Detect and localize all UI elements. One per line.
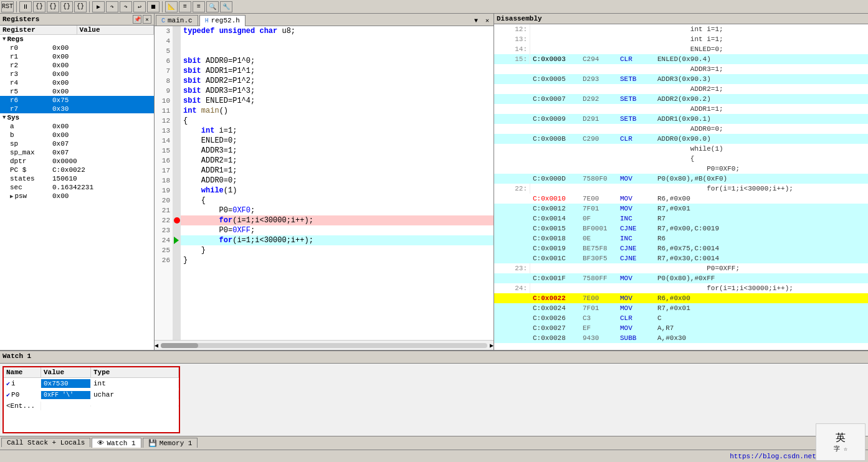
disasm-hex-0028: 9430 bbox=[580, 333, 618, 343]
registers-pin-icon[interactable]: 📌 bbox=[133, 15, 141, 24]
disasm-ops-c16: ADDR2=1; bbox=[655, 84, 868, 94]
registers-panel: Registers 📌 ✕ Register Value ▼ Regs bbox=[0, 14, 155, 350]
reg-r3-value: 0x00 bbox=[50, 70, 154, 78]
keyword-unsigned: unsigned bbox=[219, 26, 255, 36]
reg-r2-row[interactable]: r2 0x00 bbox=[0, 61, 154, 70]
linenum-26: 26 bbox=[155, 255, 173, 265]
disasm-hex-0026: C3 bbox=[580, 313, 618, 323]
disasm-mnem-0010: MOV bbox=[618, 194, 655, 204]
toolbar-btn6[interactable]: 📐 bbox=[165, 1, 178, 12]
disasm-mnem-0007: SETB bbox=[618, 94, 655, 104]
psw-expand-icon[interactable]: ▶ bbox=[10, 193, 13, 200]
reg-r5-row[interactable]: r5 0x00 bbox=[0, 87, 154, 96]
watch-value-i[interactable]: 0x7530 bbox=[41, 379, 91, 388]
watch-name-P0: ✔ P0 bbox=[4, 390, 41, 399]
linenum-9: 9 bbox=[155, 86, 173, 96]
code-line-8: sbit ADDR2=P1^2; bbox=[181, 76, 494, 86]
bp-gutter-10 bbox=[173, 96, 181, 106]
watch-row-P0[interactable]: ✔ P0 0xFF '\' uchar bbox=[4, 389, 179, 400]
reg-pc-row[interactable]: PC $ C:0x0022 bbox=[0, 166, 154, 174]
bp-gutter-7 bbox=[173, 66, 181, 76]
toolbar-run[interactable]: ▶ bbox=[92, 1, 105, 12]
tab-reg52-h[interactable]: H reg52.h bbox=[199, 15, 246, 26]
reg-r1-row[interactable]: r1 0x00 bbox=[0, 52, 154, 61]
disasm-addr-0012: C:0x0012 bbox=[530, 204, 580, 214]
watch-row-entry[interactable]: <Ent... bbox=[4, 400, 179, 412]
reg-r6-value: 0x75 bbox=[50, 96, 154, 105]
sys-expand-icon[interactable]: ▼ bbox=[2, 115, 6, 121]
scroll-left-arrow[interactable]: ◀ bbox=[155, 342, 158, 349]
disassembly-panel: Disassembly 12: int i=1; 13: bbox=[494, 14, 868, 350]
toolbar-btn2[interactable]: {} bbox=[33, 1, 45, 12]
disasm-ops-0022: R6,#0x00 bbox=[655, 293, 868, 303]
bottom-tab-callstack[interactable]: Call Stack + Locals bbox=[1, 438, 90, 447]
reg-sp-name: sp bbox=[0, 139, 50, 148]
disasm-mnem-001F: MOV bbox=[618, 273, 655, 283]
toolbar-btn8[interactable]: ≡ bbox=[193, 1, 205, 12]
toolbar-btn10[interactable]: 🔧 bbox=[220, 1, 232, 12]
disasm-mnem-0012: MOV bbox=[618, 204, 655, 214]
scroll-thumb[interactable] bbox=[161, 343, 198, 348]
reg-r3-row[interactable]: r3 0x00 bbox=[0, 70, 154, 78]
watch-value-P0[interactable]: 0xFF '\' bbox=[41, 391, 91, 399]
reg-spmax-row[interactable]: sp_max 0x07 bbox=[0, 148, 154, 157]
bottom-empty-area bbox=[183, 364, 868, 436]
bottom-tab-memory1[interactable]: 💾 Memory 1 bbox=[143, 438, 198, 448]
linenum-20: 20 bbox=[155, 196, 173, 205]
tab-main-c[interactable]: C main.c bbox=[156, 15, 198, 26]
reg-sec-row[interactable]: sec 0.16342231 bbox=[0, 183, 154, 192]
regs-group-row[interactable]: ▼ Regs bbox=[0, 35, 154, 44]
reg-a-value: 0x00 bbox=[50, 122, 154, 131]
reg-r7-row[interactable]: r7 0x30 bbox=[0, 105, 154, 113]
code-line-15: ADDR3=1; bbox=[181, 146, 494, 156]
toolbar-btn3[interactable]: {} bbox=[47, 1, 59, 12]
watch-row-i[interactable]: ✔ i 0x7530 int bbox=[4, 378, 179, 389]
linenum-18: 18 bbox=[155, 176, 173, 186]
toolbar-btn9[interactable]: 🔍 bbox=[206, 1, 219, 12]
reg-psw-row[interactable]: ▶ psw 0x00 bbox=[0, 192, 154, 200]
disassembly-content[interactable]: 12: int i=1; 13: int i=1; bbox=[494, 24, 868, 350]
disasm-mnem-000B: CLR bbox=[618, 134, 655, 144]
reg-r4-row[interactable]: r4 0x00 bbox=[0, 78, 154, 87]
callstack-tab-label: Call Stack + Locals bbox=[7, 439, 85, 446]
disasm-ops-0024: R7,#0x01 bbox=[655, 303, 868, 313]
disasm-addr-0019: C:0x0019 bbox=[530, 243, 580, 253]
disasm-ops-000D: P0(0x80),#B(0xF0) bbox=[655, 174, 868, 184]
reg-a-row[interactable]: a 0x00 bbox=[0, 122, 154, 131]
toolbar-step[interactable]: ↷ bbox=[106, 1, 118, 12]
bp-gutter-13 bbox=[173, 126, 181, 136]
reg-spmax-name: sp_max bbox=[0, 148, 50, 157]
bp-gutter-22 bbox=[173, 215, 181, 225]
reg-dptr-row[interactable]: dptr 0x0000 bbox=[0, 157, 154, 166]
disasm-ops-0019: R6,#0x75,C:0014 bbox=[655, 243, 868, 253]
scroll-track[interactable] bbox=[161, 343, 487, 348]
reg-b-row[interactable]: b 0x00 bbox=[0, 131, 154, 139]
code-line-21: P0=0XF0; bbox=[181, 205, 494, 215]
code-lines[interactable]: typedef unsigned char u8; sbit ADDR0=P1^… bbox=[181, 26, 494, 340]
scroll-right-arrow[interactable]: ▶ bbox=[490, 342, 494, 349]
toolbar-stop[interactable]: ⏹ bbox=[147, 1, 160, 12]
registers-close-icon[interactable]: ✕ bbox=[143, 15, 151, 24]
toolbar-rst[interactable]: RST bbox=[1, 1, 14, 12]
tab-close-btn[interactable]: ✕ bbox=[482, 16, 492, 26]
bottom-tab-watch1[interactable]: 👁 Watch 1 bbox=[92, 438, 141, 448]
disasm-ops-0026: C bbox=[655, 313, 868, 323]
code-line-17: ADDR1=1; bbox=[181, 166, 494, 176]
regs-expand-icon[interactable]: ▼ bbox=[2, 36, 6, 42]
reg-sp-row[interactable]: sp 0x07 bbox=[0, 139, 154, 148]
sys-group-row[interactable]: ▼ Sys bbox=[0, 113, 154, 122]
reg-r6-row[interactable]: r6 0x75 bbox=[0, 96, 154, 105]
tab-dropdown-btn[interactable]: ▼ bbox=[471, 16, 481, 26]
toolbar-step3[interactable]: ↩ bbox=[133, 1, 146, 12]
toolbar-step2[interactable]: ↷ bbox=[120, 1, 132, 12]
watch-table-container: Name Value Type ✔ i 0x7530 int ✔ bbox=[2, 366, 180, 433]
code-horizontal-scrollbar[interactable]: ◀ ▶ bbox=[155, 340, 494, 350]
reg-states-row[interactable]: states 150610 bbox=[0, 174, 154, 183]
toolbar-btn4[interactable]: {} bbox=[60, 1, 73, 12]
bp-gutter-19 bbox=[173, 186, 181, 196]
toolbar-btn5[interactable]: {} bbox=[74, 1, 87, 12]
toolbar-btn7[interactable]: ≡ bbox=[179, 1, 191, 12]
reg-r0-row[interactable]: r0 0x00 bbox=[0, 44, 154, 52]
toolbar-btn1[interactable]: ⏸ bbox=[19, 1, 32, 12]
disasm-row-c22: 22: for(i=1;i<30000;i++); bbox=[494, 184, 868, 194]
